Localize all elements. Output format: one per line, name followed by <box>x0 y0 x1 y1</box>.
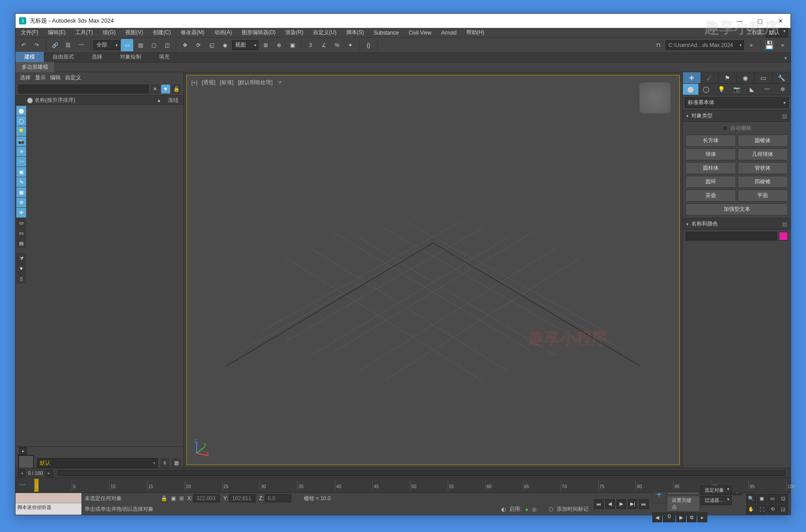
filter-cameras-icon[interactable]: 📷 <box>16 136 26 146</box>
cp-tab-motion[interactable]: ◉ <box>737 72 755 83</box>
nav-walk-icon[interactable]: ⛶ <box>757 505 767 514</box>
vp-label-shading[interactable]: [默认明暗处理] <box>238 79 273 86</box>
scene-explorer-search-input[interactable] <box>18 85 149 93</box>
se-menu-edit[interactable]: 编辑 <box>50 74 61 82</box>
menu-arnold[interactable]: Arnold <box>438 29 459 37</box>
mini-listener[interactable]: 脚本迷你侦听器 <box>16 493 82 515</box>
autogrid-checkbox[interactable] <box>722 126 728 131</box>
nav-zoom-icon[interactable]: 🔍 <box>746 494 756 504</box>
cp-tab-modify[interactable]: ☄ <box>701 72 719 83</box>
angle-snap-button[interactable]: ∠ <box>318 39 330 51</box>
filter-helpers-icon[interactable]: ✳ <box>16 147 26 156</box>
obj-pyramid-button[interactable]: 四棱锥 <box>738 176 788 188</box>
bind-spacewarp-button[interactable]: 〰 <box>75 39 88 51</box>
menu-create[interactable]: 创建(C) <box>150 28 174 37</box>
snap-toggle-button[interactable]: 3 <box>304 39 317 51</box>
link-button[interactable]: 🔗 <box>49 39 61 51</box>
lock-selection-icon[interactable]: 🔒 <box>161 495 167 501</box>
object-name-input[interactable] <box>686 232 777 241</box>
time-tag-icon[interactable]: ⬡ <box>549 506 553 513</box>
ribbon-tab-object-paint[interactable]: 对象绘制 <box>111 52 150 62</box>
cp-cat-systems[interactable]: ✲ <box>775 84 790 95</box>
material-swatch[interactable] <box>18 455 34 468</box>
cp-tab-display[interactable]: ▭ <box>755 72 773 83</box>
sync-button[interactable]: ≡ <box>160 458 169 467</box>
se-menu-customize[interactable]: 自定义 <box>65 74 81 82</box>
vp-label-perspective[interactable]: [透视] <box>202 79 216 86</box>
lock-button[interactable]: 🔒 <box>172 85 181 93</box>
keyboard-shortcut-button[interactable]: ▣ <box>286 39 298 51</box>
se-menu-display[interactable]: 显示 <box>35 74 46 82</box>
save-button[interactable]: 💾 <box>763 39 775 51</box>
next-key-button[interactable]: ▶ <box>676 513 686 522</box>
unlink-button[interactable]: ⛓ <box>62 39 74 51</box>
toolbar-overflow-arrow-2[interactable]: » <box>776 39 789 51</box>
cp-cat-cameras[interactable]: 📷 <box>729 84 744 95</box>
se-menu-select[interactable]: 选择 <box>20 74 31 82</box>
menu-substance[interactable]: Substance <box>371 29 402 37</box>
prev-key-button[interactable]: ◀ <box>652 513 662 522</box>
sort-column-label[interactable]: 名称(按升序排序) <box>35 97 75 104</box>
filter-groups-icon[interactable]: ▣ <box>16 167 26 177</box>
selection-set-dropdown[interactable]: 默认 <box>37 458 158 468</box>
menu-modifiers[interactable]: 修改器(M) <box>178 28 207 37</box>
enable-target-icon[interactable]: ◎ <box>532 506 536 513</box>
filter-notes-icon[interactable]: ▤ <box>16 238 26 248</box>
project-path-dropdown[interactable]: C:\Users\Ad…ds Max 2024 <box>666 40 744 50</box>
cp-cat-shapes[interactable]: ◯ <box>698 84 714 95</box>
obj-geosphere-button[interactable]: 几何球体 <box>738 148 788 160</box>
time-config-button[interactable]: ⚙ <box>687 513 697 522</box>
filter-visible-icon[interactable]: 👁 <box>16 208 26 217</box>
menu-customize[interactable]: 自定义(U) <box>310 28 339 37</box>
track-next-button[interactable]: ▸ <box>46 470 53 477</box>
menu-rendering[interactable]: 渲染(R) <box>283 28 306 37</box>
coord-y-value[interactable]: 102.611 <box>229 494 256 502</box>
filter-bone-icon[interactable]: ▦ <box>16 187 26 197</box>
obj-torus-button[interactable]: 圆环 <box>686 176 736 188</box>
clear-search-button[interactable]: ✕ <box>151 85 159 93</box>
selection-filter-dropdown[interactable]: 全部 <box>93 40 120 50</box>
cp-category-dropdown[interactable]: 标准基本体 <box>685 97 789 108</box>
menu-views[interactable]: 视图(V) <box>123 28 146 37</box>
cp-cat-spacewarps[interactable]: 〰 <box>760 84 775 95</box>
nav-fov-icon[interactable]: ▭ <box>767 494 777 504</box>
object-color-swatch[interactable] <box>779 232 788 241</box>
cp-cat-geometry[interactable]: ⬤ <box>683 84 698 95</box>
select-by-name-button[interactable]: ▤ <box>134 39 147 51</box>
ribbon-tab-selection[interactable]: 选择 <box>83 52 111 62</box>
filter-funnel-icon[interactable]: ⧩ <box>16 253 26 263</box>
nav-pan-icon[interactable]: ✋ <box>746 505 756 514</box>
workspace-dropdown[interactable]: 默认 <box>766 28 788 37</box>
menu-group[interactable]: 组(G) <box>100 28 118 37</box>
filter-button[interactable]: ▼ <box>161 85 170 93</box>
goto-start-button[interactable]: ⏮ <box>594 499 604 509</box>
pivot-center-button[interactable]: ⊞ <box>260 39 272 51</box>
filter-shapes-icon[interactable]: ◯ <box>16 116 26 126</box>
menu-edit[interactable]: 编辑(E) <box>45 28 68 37</box>
obj-plane-button[interactable]: 平面 <box>738 190 788 202</box>
expand-button[interactable]: ▸ <box>19 447 27 455</box>
rollout-object-type-header[interactable]: 对象类型▤ <box>683 110 790 122</box>
filter-geometry-icon[interactable]: ⬤ <box>16 106 26 116</box>
undo-button[interactable]: ↶ <box>17 39 30 51</box>
next-frame-button[interactable]: ▶| <box>628 499 638 509</box>
reference-coord-dropdown[interactable]: 视图 <box>232 40 259 50</box>
play-button[interactable]: ▶ <box>616 499 626 509</box>
filter-lights-icon[interactable]: 💡 <box>16 126 26 136</box>
perspective-viewport[interactable]: [+] [透视] [标准] [默认明暗处理] ⧩ 趣享小程序 <box>186 75 680 465</box>
rotate-button[interactable]: ⟳ <box>192 39 205 51</box>
obj-sphere-button[interactable]: 球体 <box>686 148 736 160</box>
named-selection-button[interactable]: {} <box>362 39 375 51</box>
filter-xrefs-icon[interactable]: ✎ <box>16 177 26 187</box>
window-crossing-button[interactable]: ◫ <box>161 39 173 51</box>
spinner-snap-button[interactable]: ✦ <box>344 39 356 51</box>
nav-orbit-icon[interactable]: ⟲ <box>767 505 777 514</box>
menu-scripting[interactable]: 脚本(S) <box>344 28 367 37</box>
obj-box-button[interactable]: 长方体 <box>686 135 736 147</box>
ribbon-tab-populate[interactable]: 填充 <box>150 52 178 62</box>
obj-cone-button[interactable]: 圆锥体 <box>738 135 788 147</box>
menu-animation[interactable]: 动画(A) <box>212 28 235 37</box>
placement-button[interactable]: ◉ <box>219 39 231 51</box>
menu-graph-editors[interactable]: 图形编辑器(D) <box>239 28 279 37</box>
cp-tab-hierarchy[interactable]: ⚑ <box>719 72 737 83</box>
